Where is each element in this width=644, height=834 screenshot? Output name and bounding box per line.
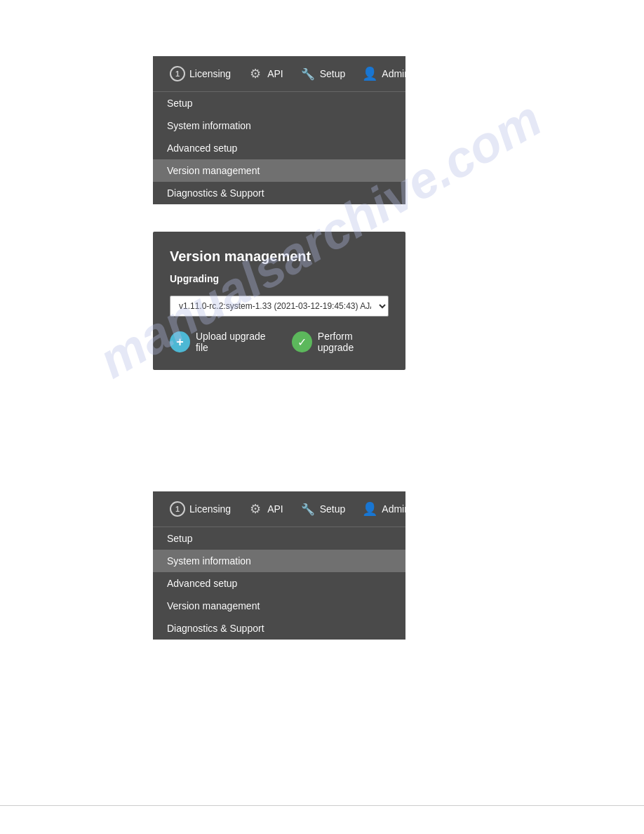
nav-licensing-3[interactable]: 1 Licensing	[161, 497, 239, 521]
plus-icon: +	[170, 331, 190, 352]
circle-num-icon-3: 1	[170, 501, 185, 517]
page-wrapper: manualsarchive.com 1 Licensing ⚙ API	[0, 0, 644, 834]
action-row: + Upload upgrade file ✓ Perform upgrade	[170, 331, 389, 353]
dropdown-item-advsetup-1[interactable]: Advanced setup	[153, 137, 405, 159]
dropdown-item-sysinfo-1[interactable]: System information	[153, 114, 405, 137]
api-gear-icon-1: ⚙	[248, 66, 263, 81]
dropdown-item-setup-1[interactable]: Setup	[153, 92, 405, 114]
footer-divider	[0, 805, 644, 806]
licensing-icon-3: 1	[170, 501, 185, 517]
panel-title: Version management	[170, 249, 389, 265]
dropdown-item-sysinfo-3[interactable]: System information	[153, 550, 405, 572]
nav-setup-1[interactable]: 🔧 Setup	[292, 62, 354, 86]
dropdown-item-setup-3[interactable]: Setup	[153, 527, 405, 550]
upload-upgrade-btn[interactable]: + Upload upgrade file	[170, 331, 278, 353]
setup-wrench-icon-1: 🔧	[300, 66, 316, 81]
licensing-icon-1: 1	[170, 66, 185, 81]
perform-upgrade-btn[interactable]: ✓ Perform upgrade	[292, 331, 389, 353]
dropdown-item-version-3[interactable]: Version management	[153, 595, 405, 617]
nav-api-1[interactable]: ⚙ API	[239, 62, 292, 86]
nav-bar-3: 1 Licensing ⚙ API 🔧 Setup 👤	[153, 491, 405, 527]
admin-person-icon-3: 👤	[362, 501, 377, 517]
nav-bar-1: 1 Licensing ⚙ API 🔧 Setup 👤	[153, 56, 405, 91]
screenshot-3: 1 Licensing ⚙ API 🔧 Setup 👤	[153, 491, 405, 640]
dropdown-menu-3: Setup System information Advanced setup …	[153, 527, 405, 640]
check-icon: ✓	[292, 331, 312, 352]
screenshot-2: Version management Upgrading v1.11.0-rc.…	[153, 232, 405, 370]
nav-setup-3[interactable]: 🔧 Setup	[292, 497, 354, 521]
dropdown-item-version-1[interactable]: Version management	[153, 159, 405, 182]
screenshot-1: 1 Licensing ⚙ API 🔧 Setup 👤	[153, 56, 405, 204]
dropdown-item-advsetup-3[interactable]: Advanced setup	[153, 572, 405, 595]
api-gear-icon-3: ⚙	[248, 501, 263, 517]
setup-wrench-icon-3: 🔧	[300, 501, 316, 517]
panel-subtitle: Upgrading	[170, 273, 389, 284]
dropdown-item-diag-3[interactable]: Diagnostics & Support	[153, 617, 405, 640]
admin-person-icon-1: 👤	[362, 66, 377, 81]
nav-admin-1[interactable]: 👤 Admin	[354, 62, 418, 86]
version-select[interactable]: v1.11.0-rc.2:system-1.33 (2021-03-12-19:…	[170, 296, 389, 317]
dropdown-item-diag-1[interactable]: Diagnostics & Support	[153, 182, 405, 204]
dropdown-menu-1: Setup System information Advanced setup …	[153, 91, 405, 204]
circle-num-icon-1: 1	[170, 66, 185, 81]
nav-licensing-1[interactable]: 1 Licensing	[161, 62, 239, 86]
nav-admin-3[interactable]: 👤 Admin	[354, 497, 418, 521]
nav-api-3[interactable]: ⚙ API	[239, 497, 292, 521]
